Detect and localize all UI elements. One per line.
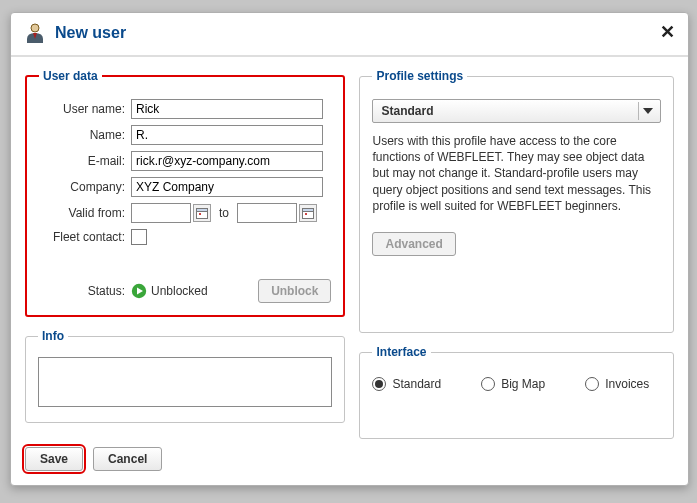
chevron-down-icon [638,102,656,120]
user-data-fieldset: User data User name: Name: E-mail: Compa… [25,69,345,317]
info-fieldset: Info [25,329,345,423]
svg-rect-3 [199,213,201,215]
radio-icon [481,377,495,391]
user-data-legend: User data [39,69,102,83]
svg-rect-2 [197,209,208,212]
input-username[interactable] [131,99,323,119]
input-name[interactable] [131,125,323,145]
row-status: Status: Unblocked Unblock [39,279,331,303]
row-company: Company: [39,177,331,197]
close-icon[interactable]: ✕ [658,24,676,42]
calendar-icon [302,207,314,219]
radio-label-invoices: Invoices [605,377,649,391]
label-email: E-mail: [39,154,131,168]
play-icon [131,283,147,299]
row-username: User name: [39,99,331,119]
interface-options: Standard Big Map Invoices [372,377,661,391]
radio-icon [372,377,386,391]
status-text: Unblocked [151,284,208,298]
profile-selected: Standard [381,104,433,118]
profile-select[interactable]: Standard [372,99,661,123]
label-to: to [219,206,229,220]
dialog-body: User data User name: Name: E-mail: Compa… [11,57,688,443]
save-button[interactable]: Save [25,447,83,471]
radio-label-standard: Standard [392,377,441,391]
input-company[interactable] [131,177,323,197]
label-status: Status: [39,284,131,298]
radio-label-bigmap: Big Map [501,377,545,391]
radio-invoices[interactable]: Invoices [585,377,649,391]
calendar-from-button[interactable] [193,204,211,222]
svg-rect-6 [305,213,307,215]
new-user-dialog: New user ✕ User data User name: Name: E-… [10,12,689,486]
label-name: Name: [39,128,131,142]
svg-point-0 [31,24,39,32]
dialog-title: New user [55,24,126,42]
label-username: User name: [39,102,131,116]
unblock-button[interactable]: Unblock [258,279,331,303]
user-icon [23,21,47,45]
interface-fieldset: Interface Standard Big Map Invoices [359,345,674,439]
input-valid-from[interactable] [131,203,191,223]
row-name: Name: [39,125,331,145]
row-valid: Valid from: to [39,203,331,223]
info-legend: Info [38,329,68,343]
label-company: Company: [39,180,131,194]
input-valid-to[interactable] [237,203,297,223]
checkbox-fleet-contact[interactable] [131,229,147,245]
label-valid-from: Valid from: [39,206,131,220]
profile-fieldset: Profile settings Standard Users with thi… [359,69,674,333]
svg-rect-5 [303,209,314,212]
row-email: E-mail: [39,151,331,171]
radio-icon [585,377,599,391]
radio-bigmap[interactable]: Big Map [481,377,545,391]
radio-standard[interactable]: Standard [372,377,441,391]
input-email[interactable] [131,151,323,171]
calendar-to-button[interactable] [299,204,317,222]
profile-description: Users with this profile have access to t… [372,133,661,214]
advanced-button[interactable]: Advanced [372,232,455,256]
row-fleet-contact: Fleet contact: [39,229,331,245]
interface-legend: Interface [372,345,430,359]
label-fleet-contact: Fleet contact: [39,230,131,244]
dialog-footer: Save Cancel [11,443,688,485]
dialog-header: New user ✕ [11,13,688,57]
calendar-icon [196,207,208,219]
cancel-button[interactable]: Cancel [93,447,162,471]
info-textarea[interactable] [38,357,332,407]
profile-legend: Profile settings [372,69,467,83]
